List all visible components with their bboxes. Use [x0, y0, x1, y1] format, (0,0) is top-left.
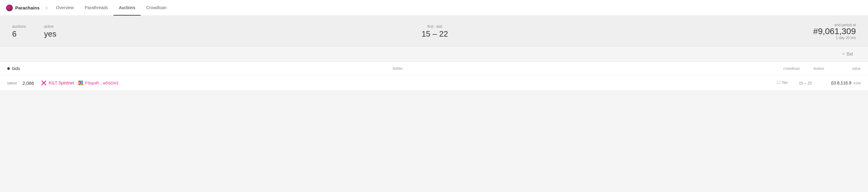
svg-point-7: [80, 82, 81, 84]
bids-header: bids: [7, 66, 20, 71]
svg-point-6: [78, 82, 80, 84]
kilt-icon: [41, 80, 47, 86]
tab-crowdloan[interactable]: Crowdloan: [141, 0, 172, 16]
tab-overview[interactable]: Overview: [51, 0, 79, 16]
active-label: active: [44, 24, 54, 29]
bids-header-label: bids: [12, 66, 20, 71]
bid-plus-icon: +: [842, 51, 844, 57]
end-period-sub: 1 day 20 hrs: [813, 36, 856, 40]
stat-end-period: end period at #9,061,309 1 day 20 hrs: [813, 22, 856, 40]
nav-tabs: Overview Parathreads Auctions Crowdloan: [51, 0, 172, 16]
parachains-logo-icon: [6, 5, 13, 11]
svg-point-9: [78, 84, 80, 85]
bid-label: Bid: [847, 52, 853, 56]
crowdloan-header: crowdloan: [769, 66, 800, 71]
tab-parathreads[interactable]: Parathreads: [79, 0, 113, 16]
row-label: latest: [7, 81, 23, 85]
value-header: value: [824, 66, 861, 71]
bids-table: bids bidder crowdloan leases value lates…: [0, 62, 868, 90]
svg-point-11: [81, 84, 83, 85]
stat-first-last: first - last 15 – 22: [422, 24, 448, 38]
nav-logo-text: Parachains: [15, 5, 39, 10]
first-last-label: first - last: [427, 24, 442, 29]
bidder-address[interactable]: F3opxR…w5SGH1: [78, 80, 119, 86]
row-crowdloan: Yes: [757, 80, 788, 86]
stats-bar: auctions 6 active yes first - last 15 – …: [0, 16, 868, 46]
svg-point-5: [81, 81, 83, 82]
bidder-address-text[interactable]: F3opxR…w5SGH1: [85, 81, 119, 85]
stat-first-last-container: first - last 15 – 22: [74, 24, 795, 38]
svg-point-3: [78, 81, 80, 82]
auctions-label: auctions: [12, 24, 26, 29]
bid-section: + Bid: [0, 46, 868, 62]
nav-logo: Parachains: [6, 5, 39, 11]
table-header: bids bidder crowdloan leases value: [0, 62, 868, 76]
bid-button[interactable]: + Bid: [839, 49, 856, 58]
stat-auctions: auctions 6: [12, 24, 26, 38]
value-unit: KSM: [854, 81, 861, 85]
stat-active: active yes: [44, 24, 56, 38]
row-number: 2,086: [23, 80, 41, 86]
svg-point-10: [80, 84, 81, 85]
auctions-value: 6: [12, 30, 17, 38]
row-value: £0.8,116.9 KSM: [812, 80, 861, 85]
first-last-value: 15 – 22: [422, 30, 448, 38]
value-amount: £0.8,116.9: [831, 80, 851, 85]
bidder-name[interactable]: KILT Spiritnet: [49, 80, 74, 85]
crowdloan-yes: Yes: [776, 80, 788, 85]
row-bidder-info: KILT Spiritnet F3opxR…w5SGH1: [41, 80, 757, 86]
leases-header: leases: [800, 66, 824, 71]
end-period-value: #9,061,309: [813, 27, 856, 36]
bidder-header: bidder: [20, 66, 769, 71]
nav-bar: Parachains › Overview Parathreads Auctio…: [0, 0, 868, 16]
dot-indicator-icon: [7, 67, 10, 70]
svg-point-8: [81, 82, 83, 84]
bidder-identity[interactable]: KILT Spiritnet: [41, 80, 74, 86]
tab-auctions[interactable]: Auctions: [114, 0, 141, 16]
row-leases: 15 – 22: [788, 81, 812, 85]
nav-chevron-icon: ›: [45, 5, 48, 11]
table-row: latest 2,086 KILT Spiritnet: [0, 76, 868, 90]
active-value: yes: [44, 30, 56, 38]
svg-point-4: [80, 81, 81, 82]
